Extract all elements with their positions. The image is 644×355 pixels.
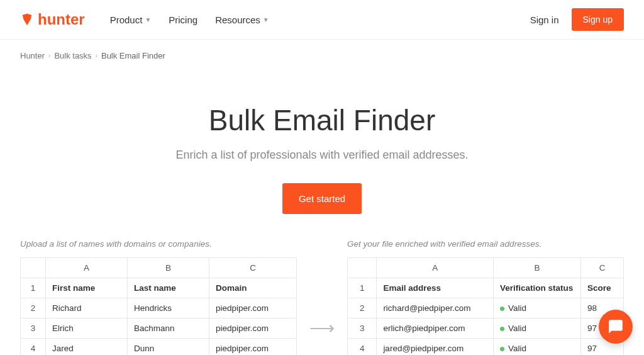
cell: Hendricks (128, 298, 209, 318)
nav: Product ▼ Pricing Resources ▼ (110, 14, 269, 25)
get-started-button[interactable]: Get started (282, 183, 362, 214)
valid-dot-icon (500, 327, 504, 331)
nav-resources[interactable]: Resources ▼ (215, 14, 269, 25)
tables-section: Upload a list of names with domains or c… (20, 239, 624, 355)
signin-link[interactable]: Sign in (530, 14, 559, 25)
signup-button[interactable]: Sign up (572, 8, 624, 31)
page-subtitle: Enrich a list of professionals with veri… (20, 149, 624, 162)
col-header-row: A B C (21, 258, 297, 278)
brand-text: hunter (38, 11, 85, 28)
cell: Elrich (46, 318, 128, 339)
right-table-block: Get your file enriched with verified ema… (347, 239, 624, 355)
right-table-caption: Get your file enriched with verified ema… (347, 239, 624, 249)
valid-dot-icon (500, 347, 504, 351)
nav-pricing-label: Pricing (169, 14, 197, 25)
page-title: Bulk Email Finder (20, 103, 624, 137)
table-row: 2 Richard Hendricks piedpiper.com (21, 298, 297, 318)
chevron-right-icon: › (96, 52, 97, 59)
nav-pricing[interactable]: Pricing (169, 14, 197, 25)
cell: Bachmann (128, 318, 209, 339)
table-row: 4 jared@piedpiper.com Valid 97 (348, 339, 624, 356)
cell: jared@piedpiper.com (377, 339, 494, 356)
breadcrumb-hunter[interactable]: Hunter (20, 51, 45, 60)
breadcrumb: Hunter › Bulk tasks › Bulk Email Finder (20, 40, 624, 60)
table-row: 3 Elrich Bachmann piedpiper.com (21, 318, 297, 339)
left-table-caption: Upload a list of names with domains or c… (20, 239, 297, 249)
cell-email-head: Email address (377, 278, 494, 298)
chat-button[interactable] (599, 310, 633, 344)
chat-icon (608, 318, 624, 335)
cell: erlich@piedpiper.com (377, 318, 494, 339)
header: hunter Product ▼ Pricing Resources ▼ Sig… (0, 0, 644, 40)
cell: Valid (493, 318, 580, 339)
cell-firstname-head: First name (46, 278, 128, 298)
arrow-right-icon: ⟶ (309, 318, 335, 339)
row-num: 3 (348, 318, 377, 339)
chevron-down-icon: ▼ (263, 16, 269, 23)
row-num: 1 (21, 278, 46, 298)
cell-verif-head: Verification status (493, 278, 580, 298)
col-a: A (46, 258, 128, 278)
col-a: A (377, 258, 494, 278)
hero: Bulk Email Finder Enrich a list of profe… (20, 60, 624, 239)
nav-product-label: Product (110, 14, 143, 25)
cell: Valid (493, 298, 580, 318)
table-row: 1 Email address Verification status Scor… (348, 278, 624, 298)
corner-cell (348, 258, 377, 278)
table-row: 3 erlich@piedpiper.com Valid 97 (348, 318, 624, 339)
cell: Valid (493, 339, 580, 356)
left-table: A B C 1 First name Last name Domain 2 Ri… (20, 257, 297, 355)
cell-domain-head: Domain (209, 278, 297, 298)
row-num: 2 (21, 298, 46, 318)
nav-resources-label: Resources (215, 14, 260, 25)
col-b: B (128, 258, 209, 278)
table-row: 1 First name Last name Domain (21, 278, 297, 298)
hunter-logo-icon (20, 13, 34, 26)
table-row: 4 Jared Dunn piedpiper.com (21, 339, 297, 356)
cell-text: Valid (508, 344, 526, 353)
chevron-right-icon: › (48, 52, 50, 59)
cell: richard@piedpiper.com (377, 298, 494, 318)
col-header-row: A B C (348, 258, 624, 278)
cell-text: Valid (508, 324, 526, 333)
cell-lastname-head: Last name (128, 278, 209, 298)
table-row: 2 richard@piedpiper.com Valid 98 (348, 298, 624, 318)
cell-score-head: Score (581, 278, 624, 298)
left-table-block: Upload a list of names with domains or c… (20, 239, 297, 355)
cell: piedpiper.com (209, 339, 297, 356)
cell: Jared (46, 339, 128, 356)
corner-cell (21, 258, 46, 278)
col-c: C (581, 258, 624, 278)
cell-text: Valid (508, 303, 526, 313)
nav-product[interactable]: Product ▼ (110, 14, 152, 25)
col-b: B (493, 258, 580, 278)
row-num: 4 (21, 339, 46, 356)
right-table: A B C 1 Email address Verification statu… (347, 257, 624, 355)
row-num: 4 (348, 339, 377, 356)
row-num: 2 (348, 298, 377, 318)
valid-dot-icon (500, 307, 504, 311)
chevron-down-icon: ▼ (145, 16, 151, 23)
col-c: C (209, 258, 297, 278)
cell: piedpiper.com (209, 318, 297, 339)
breadcrumb-current: Bulk Email Finder (101, 51, 165, 60)
row-num: 3 (21, 318, 46, 339)
breadcrumb-bulk-tasks[interactable]: Bulk tasks (54, 51, 91, 60)
logo[interactable]: hunter (20, 11, 85, 28)
cell: piedpiper.com (209, 298, 297, 318)
row-num: 1 (348, 278, 377, 298)
cell: Dunn (128, 339, 209, 356)
cell: Richard (46, 298, 128, 318)
